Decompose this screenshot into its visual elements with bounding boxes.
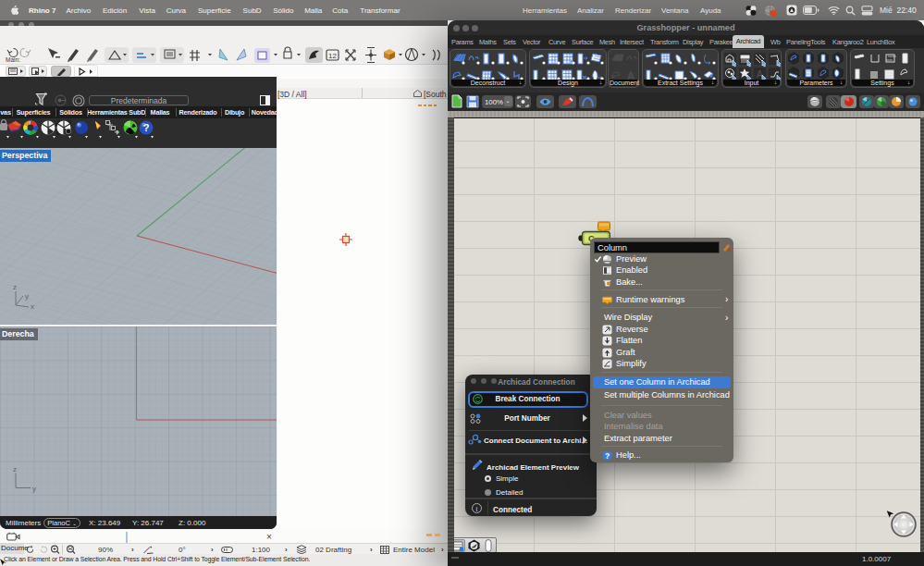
svg-text:y: y — [32, 485, 36, 493]
svg-text:z: z — [13, 283, 17, 291]
svg-text:?: ? — [605, 450, 610, 460]
svg-text:x: x — [31, 302, 34, 311]
svg-text:z: z — [13, 465, 17, 474]
svg-text:y: y — [25, 292, 29, 301]
svg-text:?: ? — [143, 122, 150, 133]
svg-text:12: 12 — [328, 52, 337, 60]
svg-text:A: A — [627, 70, 634, 80]
